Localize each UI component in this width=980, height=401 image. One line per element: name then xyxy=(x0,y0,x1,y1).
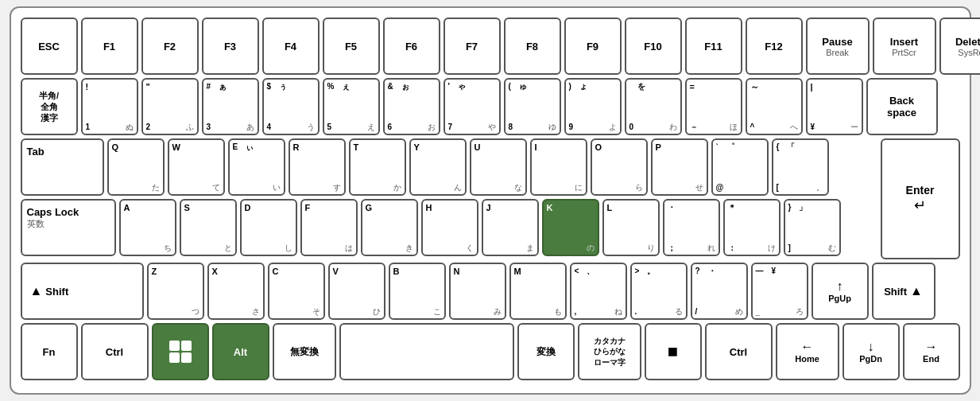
key-underscore[interactable]: ― ¥ _ろ xyxy=(751,263,808,320)
key-pause[interactable]: Pause Break xyxy=(806,18,870,75)
key-rbracket[interactable]: } 」 ]む xyxy=(784,199,841,256)
key-insert[interactable]: Insert PrtScr xyxy=(873,18,936,75)
row-num: 半角/全角漢字 ! 1ぬ " 2ふ # ぁ 3あ $ ぅ 4う % ぇ 5え xyxy=(21,78,960,135)
key-h[interactable]: H く xyxy=(421,199,478,256)
key-caps[interactable]: Caps Lock 英数 xyxy=(21,199,116,256)
key-shift-left[interactable]: ▲ Shift xyxy=(21,263,144,320)
key-f6[interactable]: F6 xyxy=(383,18,440,75)
key-muhenkan[interactable]: 無変換 xyxy=(273,323,336,380)
key-1[interactable]: ! 1ぬ xyxy=(81,78,138,135)
key-5[interactable]: % ぇ 5え xyxy=(323,78,380,135)
key-f5[interactable]: F5 xyxy=(323,18,380,75)
key-pgdn[interactable]: ↓ PgDn xyxy=(842,323,900,380)
key-t[interactable]: T か xyxy=(349,138,406,196)
key-f[interactable]: F は xyxy=(300,199,358,256)
key-slash[interactable]: ? ・ /め xyxy=(691,263,748,320)
key-j[interactable]: J ま xyxy=(482,199,539,256)
row-asdf: Caps Lock 英数 A ち S と D し F xyxy=(21,199,877,256)
key-alt-left[interactable]: Alt xyxy=(212,323,269,380)
row-qwerty: Tab Q た W て E ぃ い R す xyxy=(21,138,877,196)
key-home[interactable]: ← Home xyxy=(776,323,839,380)
key-f2[interactable]: F2 xyxy=(141,18,199,75)
key-end[interactable]: → End xyxy=(903,323,960,380)
key-f10[interactable]: F10 xyxy=(625,18,682,75)
key-g[interactable]: G き xyxy=(361,199,418,256)
key-b[interactable]: B こ xyxy=(389,263,446,320)
key-minus[interactable]: = －ほ xyxy=(685,78,742,135)
key-r[interactable]: R す xyxy=(289,138,346,196)
key-katakana[interactable]: カタカナ ひらがな ローマ字 xyxy=(578,323,641,380)
row-bottom: Fn Ctrl Alt 無変換 変換 xyxy=(21,323,960,380)
key-henkan[interactable]: 変換 xyxy=(517,323,575,380)
key-7[interactable]: ' ゃ 7や xyxy=(444,78,501,135)
key-i[interactable]: I に xyxy=(530,138,587,196)
key-w[interactable]: W て xyxy=(168,138,225,196)
key-at[interactable]: ` ゜ @ xyxy=(711,138,769,196)
key-o[interactable]: O ら xyxy=(591,138,648,196)
row-qwerty-container: Tab Q た W て E ぃ い R す xyxy=(21,138,960,259)
key-4[interactable]: $ ぅ 4う xyxy=(262,78,320,135)
key-colon[interactable]: ＊ ：け xyxy=(723,199,781,256)
key-f1[interactable]: F1 xyxy=(81,18,138,75)
key-fn[interactable]: Fn xyxy=(21,323,78,380)
key-l[interactable]: L り xyxy=(602,199,660,256)
key-caret[interactable]: ～ ^へ xyxy=(746,78,803,135)
key-f4[interactable]: F4 xyxy=(262,18,320,75)
key-period[interactable]: > 。 .る xyxy=(630,263,688,320)
key-s[interactable]: S と xyxy=(180,199,237,256)
rows-34: Tab Q た W て E ぃ い R す xyxy=(21,138,877,259)
keyboard: ESC F1 F2 F3 F4 F5 F6 F7 F8 F9 F10 xyxy=(10,6,971,395)
key-esc[interactable]: ESC xyxy=(21,18,78,75)
key-shift-right[interactable]: Shift ▲ xyxy=(872,263,935,320)
key-backspace[interactable]: Backspace xyxy=(866,78,938,135)
key-6[interactable]: & ぉ 6お xyxy=(383,78,440,135)
key-comma[interactable]: < 、 ,ね xyxy=(570,263,627,320)
key-n[interactable]: N み xyxy=(449,263,506,320)
key-f8[interactable]: F8 xyxy=(504,18,561,75)
key-2[interactable]: " 2ふ xyxy=(141,78,199,135)
key-pgup[interactable]: ↑ PgUp xyxy=(812,263,869,320)
key-v[interactable]: V ひ xyxy=(328,263,385,320)
key-9[interactable]: ) ょ 9よ xyxy=(564,78,622,135)
key-space[interactable] xyxy=(339,323,514,380)
key-win[interactable] xyxy=(152,323,209,380)
key-a[interactable]: A ち xyxy=(119,199,176,256)
key-e[interactable]: E ぃ い xyxy=(228,138,285,196)
key-special[interactable]: ■ xyxy=(645,323,702,380)
key-tab[interactable]: Tab xyxy=(21,138,104,196)
key-c[interactable]: C そ xyxy=(268,263,325,320)
key-enter[interactable]: Enter ↵ xyxy=(881,138,960,259)
key-ctrl-left[interactable]: Ctrl xyxy=(81,323,149,380)
key-x[interactable]: X さ xyxy=(207,263,265,320)
key-d[interactable]: D し xyxy=(240,199,297,256)
key-q[interactable]: Q た xyxy=(107,138,165,196)
key-f12[interactable]: F12 xyxy=(746,18,803,75)
key-8[interactable]: ( ゅ 8ゆ xyxy=(504,78,561,135)
key-f11[interactable]: F11 xyxy=(685,18,742,75)
key-u[interactable]: U な xyxy=(470,138,527,196)
key-lbracket[interactable]: { 「 [。 xyxy=(772,138,829,196)
key-0[interactable]: を 0わ xyxy=(625,78,682,135)
key-p[interactable]: P せ xyxy=(651,138,708,196)
key-m[interactable]: M も xyxy=(509,263,567,320)
key-f9[interactable]: F9 xyxy=(564,18,622,75)
key-y[interactable]: Y ん xyxy=(409,138,467,196)
key-yen[interactable]: | ¥ー xyxy=(806,78,863,135)
key-k[interactable]: K の xyxy=(542,199,599,256)
key-z[interactable]: Z つ xyxy=(147,263,204,320)
row-fn: ESC F1 F2 F3 F4 F5 F6 F7 F8 F9 F10 xyxy=(21,18,960,75)
key-ctrl-right[interactable]: Ctrl xyxy=(705,323,773,380)
key-hankaku[interactable]: 半角/全角漢字 xyxy=(21,78,78,135)
key-delete[interactable]: Delete SysRq xyxy=(939,18,981,75)
row-shift: ▲ Shift Z つ X さ C そ V ひ B こ N み M xyxy=(21,263,960,320)
key-3[interactable]: # ぁ 3あ xyxy=(202,78,259,135)
key-f3[interactable]: F3 xyxy=(202,18,259,75)
key-semi[interactable]: ・ ；れ xyxy=(663,199,720,256)
key-f7[interactable]: F7 xyxy=(444,18,501,75)
